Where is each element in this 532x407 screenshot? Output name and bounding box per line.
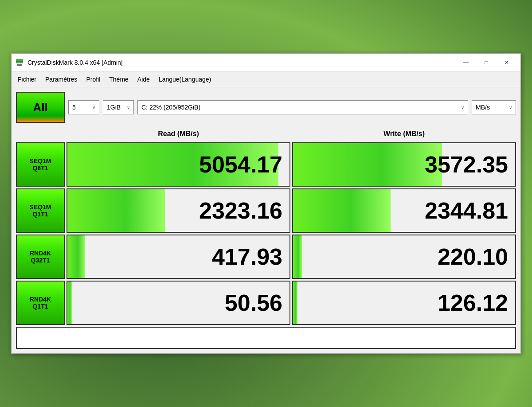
size-value: 1GiB [107,104,121,111]
menu-fichier[interactable]: Fichier [13,74,41,85]
menu-parametres[interactable]: Paramètres [41,74,82,85]
read-header: Read (MB/s) [66,127,290,141]
menubar: Fichier Paramètres Profil Thème Aide Lan… [12,71,520,87]
row-3-write-bar [293,282,297,324]
drive-dropdown[interactable]: C: 22% (205/952GiB) ∨ [137,100,468,114]
row-2-write: 220.10 [292,235,516,279]
menu-profil[interactable]: Profil [82,74,105,85]
row-2-read-value: 417.93 [212,243,282,270]
count-value: 5 [72,104,76,111]
size-chevron-icon: ∨ [127,105,130,110]
row-2-read: 417.93 [66,235,290,279]
main-window: CrystalDiskMark 8.0.4 x64 [Admin] — □ ✕ … [11,53,521,354]
row-0-label-line2: Q8T1 [32,164,48,172]
count-dropdown[interactable]: 5 ∨ [68,100,99,114]
row-0-read: 5054.17 [66,142,290,187]
status-bar [16,327,516,349]
menu-aide[interactable]: Aide [133,74,154,85]
window-title: CrystalDiskMark 8.0.4 x64 [Admin] [27,59,456,66]
row-0-write-value: 3572.35 [425,151,508,178]
row-0-write-bar [293,143,442,186]
row-3-read-bar [67,282,72,324]
row-1-write-value: 2344.81 [425,197,508,224]
content-area: All 5 ∨ 1GiB ∨ C: 22% (205/952GiB) ∨ MB/… [12,87,520,353]
row-3-read: 50.56 [66,281,290,325]
svg-rect-2 [17,64,22,66]
row-2-label-line2: Q32T1 [31,257,50,264]
row-2-label: RND4K Q32T1 [16,235,65,279]
titlebar: CrystalDiskMark 8.0.4 x64 [Admin] — □ ✕ [12,54,520,71]
row-1-label-line1: SEQ1M [29,204,51,211]
unit-dropdown[interactable]: MB/s ∨ [472,100,516,114]
header-spacer [16,127,65,141]
row-1-write: 2344.81 [292,188,516,233]
menu-theme[interactable]: Thème [105,74,133,85]
row-3-read-value: 50.56 [225,290,282,316]
row-2-read-bar [67,235,85,278]
minimize-button[interactable]: — [456,55,476,70]
row-3-label: RND4K Q1T1 [16,281,65,325]
row-2-write-bar [293,235,302,278]
app-icon [15,58,24,67]
results-grid: Read (MB/s) Write (MB/s) SEQ1M Q8T1 5054… [16,127,516,325]
row-0-label-line1: SEQ1M [29,157,51,164]
unit-value: MB/s [476,104,490,111]
count-chevron-icon: ∨ [92,105,95,110]
row-2-write-value: 220.10 [438,243,508,270]
row-3-write-value: 126.12 [438,290,508,316]
row-1-label: SEQ1M Q1T1 [16,188,65,233]
write-header: Write (MB/s) [292,127,516,141]
row-0-read-value: 5054.17 [199,151,282,178]
row-0-write: 3572.35 [292,142,516,187]
close-button[interactable]: ✕ [497,55,517,70]
toolbar: All 5 ∨ 1GiB ∨ C: 22% (205/952GiB) ∨ MB/… [16,92,516,123]
row-3-write: 126.12 [292,281,516,325]
maximize-button[interactable]: □ [476,55,497,70]
row-1-read-bar [67,189,165,232]
row-1-label-line2: Q1T1 [32,211,48,218]
row-2-label-line1: RND4K [30,250,51,257]
row-3-label-line2: Q1T1 [32,303,48,310]
svg-rect-1 [16,61,23,62]
size-dropdown[interactable]: 1GiB ∨ [103,100,134,114]
row-1-write-bar [293,189,391,232]
row-1-read-value: 2323.16 [199,197,282,224]
window-controls: — □ ✕ [456,55,517,70]
unit-chevron-icon: ∨ [509,105,512,110]
drive-chevron-icon: ∨ [461,105,464,110]
row-1-read: 2323.16 [66,188,290,233]
row-3-label-line1: RND4K [30,296,51,303]
menu-langue[interactable]: Langue(Language) [154,74,215,85]
drive-value: C: 22% (205/952GiB) [141,104,200,111]
all-button[interactable]: All [16,92,65,123]
row-0-label: SEQ1M Q8T1 [16,142,65,187]
